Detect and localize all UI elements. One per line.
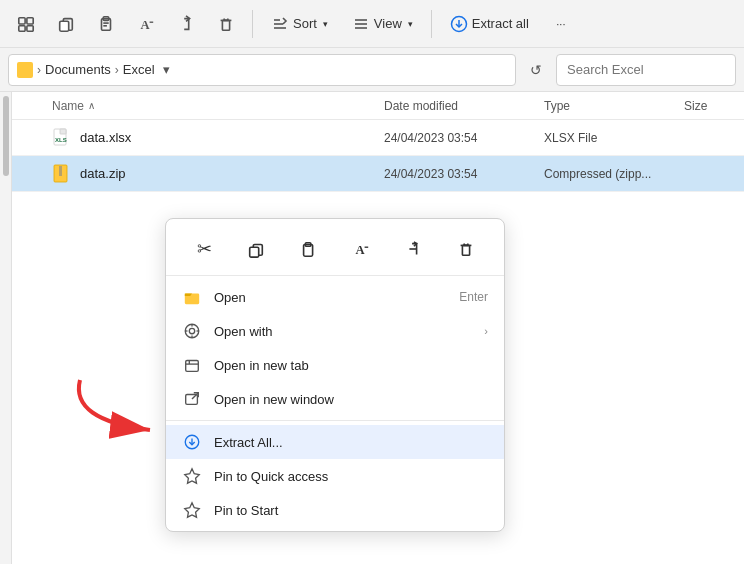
col-header-name: Name ∧: [52, 99, 384, 113]
svg-text:XLS: XLS: [55, 137, 67, 143]
delete-btn[interactable]: [208, 4, 244, 44]
separator-1: [252, 10, 253, 38]
breadcrumb[interactable]: › Documents › Excel ▾: [8, 54, 516, 86]
ctx-extract-icon: [182, 432, 202, 452]
ctx-extract-all[interactable]: Extract All...: [166, 425, 504, 459]
breadcrumb-sep-1: ›: [37, 63, 41, 77]
ctx-open-label: Open: [214, 290, 447, 305]
svg-rect-32: [250, 247, 259, 257]
file-date-zip: 24/04/2023 03:54: [384, 167, 544, 181]
ctx-icon-bar: ✂ A: [166, 223, 504, 276]
ctx-open-with[interactable]: Open with ›: [166, 314, 504, 348]
ctx-newwindow-icon: [182, 389, 202, 409]
extract-all-btn[interactable]: Extract all: [440, 4, 539, 44]
svg-rect-0: [19, 17, 25, 23]
file-name-zip: data.zip: [80, 166, 384, 181]
svg-rect-38: [462, 245, 469, 255]
more-label: ···: [556, 18, 565, 30]
col-header-type: Type: [544, 99, 684, 113]
sort-btn[interactable]: Sort ▾: [261, 4, 338, 44]
svg-rect-5: [60, 21, 69, 31]
breadcrumb-excel: Excel: [123, 62, 155, 77]
ctx-share-btn[interactable]: [395, 231, 431, 267]
ctx-open-icon: [182, 287, 202, 307]
ctx-copy-icon-btn[interactable]: [238, 231, 274, 267]
svg-rect-12: [222, 20, 229, 30]
file-type-xlsx: XLSX File: [544, 131, 684, 145]
ctx-open[interactable]: Open Enter: [166, 280, 504, 314]
svg-point-41: [189, 328, 194, 333]
breadcrumb-dropdown[interactable]: ▾: [163, 62, 170, 77]
svg-rect-3: [27, 25, 33, 30]
more-btn[interactable]: ···: [543, 4, 579, 44]
ctx-extract-label: Extract All...: [214, 435, 488, 450]
clipboard-btn[interactable]: [88, 4, 124, 44]
ctx-pinstart-icon: [182, 500, 202, 520]
file-type-zip: Compressed (zipp...: [544, 167, 684, 181]
copy-btn[interactable]: [48, 4, 84, 44]
svg-rect-22: [60, 129, 66, 134]
share-btn[interactable]: [168, 4, 204, 44]
address-bar: › Documents › Excel ▾ ↺: [0, 48, 744, 92]
ctx-pin-start[interactable]: Pin to Start: [166, 493, 504, 527]
search-input[interactable]: [556, 54, 736, 86]
file-date-xlsx: 24/04/2023 03:54: [384, 131, 544, 145]
ctx-open-newtab[interactable]: Open in new tab: [166, 348, 504, 382]
file-row-zip[interactable]: data.zip 24/04/2023 03:54 Compressed (zi…: [12, 156, 744, 192]
file-name-xlsx: data.xlsx: [80, 130, 384, 145]
ctx-newtab-label: Open in new tab: [214, 358, 488, 373]
ctx-open-shortcut: Enter: [459, 290, 488, 304]
sort-chevron: ▾: [323, 19, 328, 29]
svg-marker-53: [185, 469, 199, 483]
extract-label: Extract all: [472, 16, 529, 31]
scrollbar-thumb[interactable]: [3, 96, 9, 176]
ctx-open-newwindow[interactable]: Open in new window: [166, 382, 504, 416]
context-menu: ✂ A: [165, 218, 505, 532]
sidebar-scroll: [0, 92, 12, 564]
col-header-date: Date modified: [384, 99, 544, 113]
svg-text:A: A: [356, 243, 365, 257]
ctx-openwith-arrow: ›: [484, 325, 488, 337]
folder-icon: [17, 62, 33, 78]
ctx-pinquick-label: Pin to Quick access: [214, 469, 488, 484]
svg-rect-2: [19, 25, 25, 30]
ctx-pinstart-label: Pin to Start: [214, 503, 488, 518]
ctx-openwith-icon: [182, 321, 202, 341]
ctx-cut-btn[interactable]: ✂: [186, 231, 222, 267]
ctx-pin-quick[interactable]: Pin to Quick access: [166, 459, 504, 493]
svg-text:A: A: [141, 18, 150, 32]
svg-marker-54: [185, 503, 199, 517]
ctx-divider-1: [166, 420, 504, 421]
col-header-size: Size: [684, 99, 744, 113]
ctx-rename-btn[interactable]: A: [343, 231, 379, 267]
ctx-paste-shortcut-btn[interactable]: [291, 231, 327, 267]
sort-label: Sort: [293, 16, 317, 31]
ctx-delete-btn[interactable]: [448, 231, 484, 267]
separator-2: [431, 10, 432, 38]
view-chevron: ▾: [408, 19, 413, 29]
ctx-newwindow-label: Open in new window: [214, 392, 488, 407]
xlsx-file-icon: XLS: [52, 128, 72, 148]
toolbar: A Sort ▾ View ▾: [0, 0, 744, 48]
nav-back-btn[interactable]: [8, 4, 44, 44]
view-btn[interactable]: View ▾: [342, 4, 423, 44]
breadcrumb-documents: Documents: [45, 62, 111, 77]
ctx-pinquick-icon: [182, 466, 202, 486]
sort-arrow-name: ∧: [88, 100, 95, 111]
view-label: View: [374, 16, 402, 31]
font-btn[interactable]: A: [128, 4, 164, 44]
file-row-xlsx[interactable]: XLS data.xlsx 24/04/2023 03:54 XLSX File: [12, 120, 744, 156]
breadcrumb-sep-2: ›: [115, 63, 119, 77]
file-list-header: Name ∧ Date modified Type Size: [12, 92, 744, 120]
svg-rect-46: [186, 361, 199, 372]
refresh-btn[interactable]: ↺: [522, 56, 550, 84]
zip-file-icon: [52, 164, 72, 184]
svg-rect-1: [27, 17, 33, 23]
ctx-newtab-icon: [182, 355, 202, 375]
ctx-openwith-label: Open with: [214, 324, 472, 339]
